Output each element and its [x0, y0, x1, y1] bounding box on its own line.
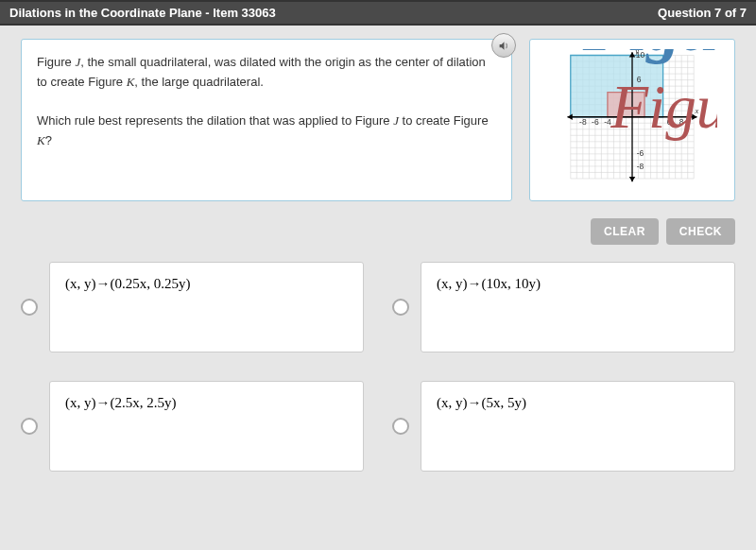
figure-k-label: Figure K	[582, 49, 717, 65]
option-d-text: (x, y)→(5x, 5y)	[437, 395, 526, 410]
figure-box: -8 -6 -4 6 8 10 6 -6 -8 x y Figure K Fig…	[529, 39, 735, 201]
header-bar: Dilations in the Coordinate Plane - Item…	[0, 0, 756, 26]
question-paragraph-2: Which rule best represents the dilation …	[37, 112, 496, 151]
option-b-radio[interactable]	[392, 299, 409, 316]
option-a-wrap: (x, y)→(0.25x, 0.25y)	[21, 262, 364, 352]
speaker-icon	[498, 40, 510, 52]
option-c-text: (x, y)→(2.5x, 2.5y)	[65, 395, 176, 410]
clear-button[interactable]: CLEAR	[591, 218, 659, 245]
option-a-text: (x, y)→(0.25x, 0.25y)	[65, 276, 190, 291]
content-area: Figure J, the small quadrilateral, was d…	[0, 26, 756, 485]
option-d-radio[interactable]	[392, 418, 409, 435]
option-a-box[interactable]: (x, y)→(0.25x, 0.25y)	[49, 262, 364, 352]
svg-text:-6: -6	[637, 148, 644, 158]
check-button[interactable]: CHECK	[666, 218, 735, 245]
figure-j-label: Figure J	[610, 73, 717, 141]
option-c-box[interactable]: (x, y)→(2.5x, 2.5y)	[49, 381, 364, 472]
question-paragraph-1: Figure J, the small quadrilateral, was d…	[37, 53, 496, 93]
svg-text:-6: -6	[592, 117, 599, 127]
option-b-box[interactable]: (x, y)→(10x, 10y)	[421, 262, 735, 352]
option-c-wrap: (x, y)→(2.5x, 2.5y)	[21, 381, 364, 472]
question-counter: Question 7 of 7	[658, 6, 747, 20]
page-title: Dilations in the Coordinate Plane - Item…	[9, 6, 276, 20]
option-d-wrap: (x, y)→(5x, 5y)	[392, 381, 735, 472]
option-d-box[interactable]: (x, y)→(5x, 5y)	[421, 381, 735, 472]
option-c-radio[interactable]	[21, 418, 38, 435]
option-b-text: (x, y)→(10x, 10y)	[437, 276, 541, 291]
svg-text:-8: -8	[637, 162, 644, 171]
svg-text:-8: -8	[579, 117, 587, 127]
coordinate-graph: -8 -6 -4 6 8 10 6 -6 -8 x y Figure K Fig…	[547, 49, 717, 191]
svg-marker-45	[629, 177, 636, 181]
answer-options: (x, y)→(0.25x, 0.25y) (x, y)→(10x, 10y) …	[21, 262, 735, 472]
action-buttons: CLEAR CHECK	[21, 218, 735, 245]
option-a-radio[interactable]	[21, 299, 38, 316]
option-b-wrap: (x, y)→(10x, 10y)	[392, 262, 735, 352]
top-row: Figure J, the small quadrilateral, was d…	[21, 39, 735, 201]
question-text-box: Figure J, the small quadrilateral, was d…	[21, 39, 512, 201]
audio-button[interactable]	[491, 33, 516, 58]
